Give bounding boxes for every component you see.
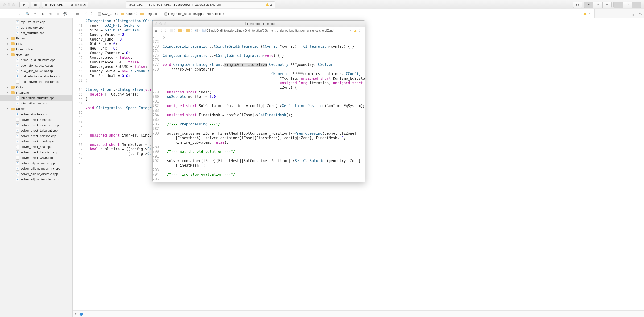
- file-row[interactable]: integration_structure.cpp: [0, 95, 72, 101]
- disclosure-triangle[interactable]: ▼: [6, 91, 9, 94]
- file-row[interactable]: solver_direct_wave.cpp: [0, 155, 72, 160]
- source-editor[interactable]: } CSingleGridIntegration::CSingleGridInt…: [161, 34, 365, 182]
- disclosure-triangle[interactable]: ▼: [6, 53, 9, 56]
- toggle-debug-button[interactable]: ▭: [622, 2, 632, 8]
- minimize-button[interactable]: [8, 3, 10, 6]
- warning-icon[interactable]: [584, 12, 587, 15]
- forward-button[interactable]: 〉: [164, 29, 169, 33]
- filter-icon[interactable]: ▾: [75, 312, 76, 315]
- assistant-editor-button[interactable]: ◎: [593, 2, 602, 8]
- folder-row[interactable]: ▶FEA: [0, 41, 72, 47]
- file-icon: [16, 69, 19, 73]
- run-button[interactable]: ▶: [19, 2, 29, 8]
- item-label: solver_structure.cpp: [21, 113, 48, 116]
- forward-button[interactable]: 〉: [90, 11, 96, 17]
- file-row[interactable]: solver_direct_mean_inc.cpp: [0, 122, 72, 128]
- folder-row[interactable]: ▶LinearSolver: [0, 47, 72, 52]
- standard-editor-button[interactable]: ≡: [584, 2, 593, 8]
- file-row[interactable]: primal_grid_structure.cpp: [0, 57, 72, 63]
- disclosure-triangle[interactable]: ▶: [6, 48, 9, 51]
- issue-nav-icon[interactable]: ⚠: [32, 11, 38, 17]
- file-row[interactable]: solver_direct_mean.cpp: [0, 117, 72, 122]
- file-row[interactable]: integration_time.cpp: [0, 101, 72, 106]
- jump-selection: No Selection: [207, 12, 224, 16]
- next-issue-button[interactable]: 〉: [358, 29, 363, 33]
- file-inspector-icon[interactable]: 🗎: [632, 13, 635, 17]
- file-row[interactable]: dual_grid_structure.cpp: [0, 68, 72, 74]
- file-icon: [16, 58, 19, 62]
- scheme-selector[interactable]: ▤ SU2_CFD 〉 🖥 My Mac: [42, 2, 88, 8]
- float-jump-bar[interactable]: ▦ 〈 〉 〉 〉 〉 〉 M CSingleGridIntegration::…: [152, 27, 365, 34]
- source-control-nav-icon[interactable]: ◇: [10, 11, 16, 17]
- code-snippets-button[interactable]: { }: [573, 2, 582, 8]
- maximize-button[interactable]: [164, 23, 166, 25]
- close-button[interactable]: [155, 23, 158, 25]
- file-row[interactable]: solver_direct_poisson.cpp: [0, 133, 72, 139]
- file-row[interactable]: grid_adaptation_structure.cpp: [0, 74, 72, 79]
- debug-nav-icon[interactable]: ▦: [47, 11, 53, 17]
- jump-bar[interactable]: SU2_CFD 〉 Source 〉 Integration 〉 integra…: [98, 12, 224, 16]
- version-editor-button[interactable]: ↔: [602, 2, 612, 8]
- file-row[interactable]: solver_adjoint_turbulent.cpp: [0, 177, 72, 182]
- secondary-editor-window: integration_time.cpp ▦ 〈 〉 〉 〉 〉 〉 M CSi…: [152, 20, 365, 182]
- file-row[interactable]: solver_direct_elasticity.cpp: [0, 139, 72, 144]
- file-row[interactable]: adt_structure.cpp: [0, 30, 72, 36]
- disclosure-triangle[interactable]: ▼: [6, 108, 9, 110]
- related-items-icon[interactable]: ▦: [74, 11, 80, 17]
- file-row[interactable]: grid_movement_structure.cpp: [0, 79, 72, 84]
- file-icon: [16, 26, 19, 30]
- project-navigator: mpi_structure.cppad_structure.cppadt_str…: [0, 19, 72, 317]
- toggle-navigator-button[interactable]: ▯: [613, 2, 623, 8]
- project-nav-icon[interactable]: ▢: [2, 11, 8, 17]
- folder-row[interactable]: ▼Geometry: [0, 52, 72, 57]
- file-row[interactable]: solver_direct_transition.cpp: [0, 150, 72, 155]
- prev-issue-button[interactable]: 〈: [347, 29, 352, 33]
- related-items-icon[interactable]: ▦: [154, 29, 157, 32]
- close-button[interactable]: [3, 3, 6, 6]
- scheme-name: SU2_CFD: [49, 3, 63, 6]
- folder-row[interactable]: ▼Integration: [0, 90, 72, 95]
- prev-issue-button[interactable]: 〈: [578, 11, 583, 16]
- disclosure-triangle[interactable]: ▶: [6, 37, 9, 40]
- find-nav-icon[interactable]: 🔍: [24, 11, 31, 17]
- folder-row[interactable]: ▼Solver: [0, 106, 72, 112]
- toggle-inspector-button[interactable]: ▯: [632, 2, 641, 8]
- maximize-button[interactable]: [12, 3, 15, 6]
- warning-badge[interactable]: 2: [266, 3, 272, 6]
- folder-row[interactable]: ▶Python: [0, 36, 72, 41]
- item-label: solver_direct_transition.cpp: [21, 150, 58, 154]
- symbol-nav-icon[interactable]: ⸬: [17, 11, 23, 17]
- folder-row[interactable]: ▶Output: [0, 84, 72, 90]
- back-button[interactable]: 〈: [158, 29, 163, 33]
- back-button[interactable]: 〈: [82, 11, 88, 17]
- folder-icon: [186, 29, 190, 32]
- item-label: solver_adjoint_turbulent.cpp: [21, 178, 59, 181]
- file-row[interactable]: mpi_structure.cpp: [0, 19, 72, 25]
- float-jump-symbol: CSingleGridIntegration::SingleGrid_Itera…: [206, 29, 334, 32]
- tag-icon[interactable]: ⬤: [80, 312, 83, 315]
- item-label: mpi_structure.cpp: [21, 20, 45, 24]
- disclosure-triangle[interactable]: ▶: [6, 86, 9, 89]
- editor-nav-right: 〈 〉: [578, 11, 592, 16]
- file-row[interactable]: solver_adjoint_mean.cpp: [0, 160, 72, 166]
- file-icon: [170, 29, 173, 32]
- warning-icon[interactable]: [354, 29, 357, 32]
- file-row[interactable]: solver_adjoint_discrete.cpp: [0, 171, 72, 177]
- quick-help-icon[interactable]: ⓘ: [638, 13, 642, 17]
- window-controls: [3, 3, 15, 6]
- file-row[interactable]: ad_structure.cpp: [0, 25, 72, 30]
- report-nav-icon[interactable]: 💬: [62, 11, 68, 17]
- jump-subgroup: Integration: [145, 12, 159, 16]
- file-row[interactable]: solver_structure.cpp: [0, 112, 72, 117]
- test-nav-icon[interactable]: ◆: [40, 11, 46, 17]
- stop-button[interactable]: ◼: [31, 2, 40, 8]
- file-row[interactable]: solver_direct_turbulent.cpp: [0, 128, 72, 133]
- breakpoint-nav-icon[interactable]: ☰: [55, 11, 61, 17]
- next-issue-button[interactable]: 〉: [588, 11, 592, 16]
- file-row[interactable]: solver_direct_heat.cpp: [0, 144, 72, 150]
- minimize-button[interactable]: [159, 23, 162, 25]
- file-row[interactable]: geometry_structure.cpp: [0, 63, 72, 68]
- file-row[interactable]: solver_adjoint_mean_inc.cpp: [0, 166, 72, 171]
- jump-project: SU2_CFD: [102, 12, 116, 16]
- disclosure-triangle[interactable]: ▶: [6, 43, 9, 45]
